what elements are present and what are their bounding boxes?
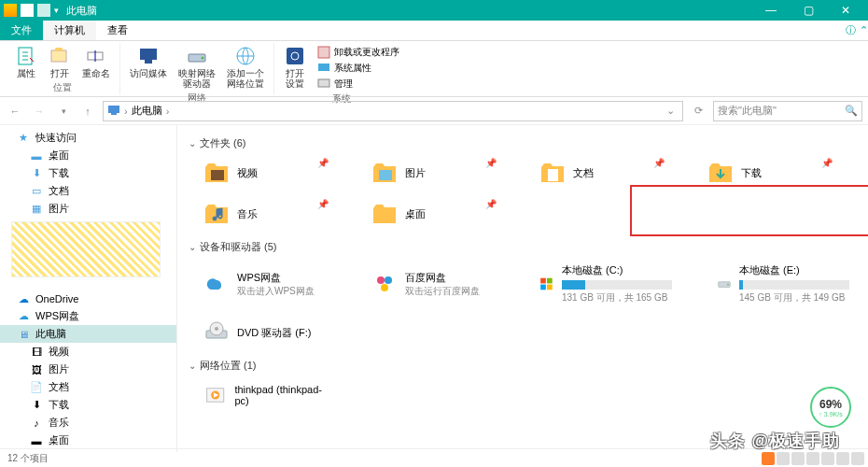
svg-point-26 bbox=[727, 284, 729, 286]
qat-icon[interactable] bbox=[37, 4, 50, 17]
minimize-button[interactable]: — bbox=[752, 0, 790, 21]
document-icon: 📄 bbox=[30, 381, 43, 394]
section-devices-header[interactable]: ⌄设备和驱动器 (5) bbox=[189, 240, 857, 254]
picture-icon: 🖼 bbox=[30, 363, 43, 376]
forward-button[interactable]: → bbox=[30, 102, 49, 120]
device-wps[interactable]: WPS网盘双击进入WPS网盘 bbox=[200, 260, 330, 308]
tray-icon[interactable] bbox=[851, 452, 864, 465]
tray-icon[interactable] bbox=[777, 452, 790, 465]
sidebar-downloads2[interactable]: ⬇下载 bbox=[0, 396, 176, 414]
device-baidu[interactable]: 百度网盘双击运行百度网盘 bbox=[368, 260, 498, 308]
tray-icon[interactable] bbox=[821, 452, 834, 465]
chevron-right-icon[interactable]: › bbox=[166, 106, 170, 117]
chevron-down-icon: ⌄ bbox=[189, 242, 196, 252]
folder-downloads[interactable]: 📌下载 bbox=[704, 156, 834, 190]
sidebar-thispc[interactable]: 🖥此电脑 bbox=[0, 325, 176, 343]
search-icon: 🔍 bbox=[845, 105, 858, 117]
desktop-icon: ▬ bbox=[30, 434, 43, 447]
star-icon: ★ bbox=[17, 132, 30, 145]
open-settings-button[interactable]: 打开 设置 bbox=[280, 43, 310, 91]
map-drive-button[interactable]: 映射网络 驱动器 bbox=[175, 43, 219, 91]
device-dvd[interactable]: DVD 驱动器 (F:) bbox=[200, 316, 330, 349]
tab-computer[interactable]: 计算机 bbox=[43, 21, 96, 40]
breadcrumb-dropdown[interactable]: ⌄ bbox=[663, 105, 679, 117]
close-button[interactable]: ✕ bbox=[827, 0, 864, 21]
sidebar-quick-access[interactable]: ★快速访问 bbox=[0, 129, 176, 147]
sidebar-desktop[interactable]: ▬桌面 bbox=[0, 147, 176, 164]
back-button[interactable]: ← bbox=[6, 102, 24, 120]
maximize-button[interactable]: ▢ bbox=[790, 0, 827, 21]
quick-access-toolbar: ▾ bbox=[4, 4, 59, 17]
section-network-header[interactable]: ⌄网络位置 (1) bbox=[189, 359, 857, 373]
svg-rect-22 bbox=[547, 278, 553, 284]
open-button[interactable]: 打开 bbox=[45, 43, 75, 80]
picture-icon: ▦ bbox=[30, 203, 43, 216]
capacity-bar bbox=[739, 280, 849, 290]
desktop-icon: ▬ bbox=[30, 149, 43, 163]
ribbon: 属性 打开 重命名 位置 访问媒体 bbox=[0, 41, 868, 97]
network-thinkpad[interactable]: thinkpad (thinkpad-pc) bbox=[200, 378, 330, 412]
system-properties-button[interactable]: 系统属性 bbox=[314, 61, 403, 76]
sidebar-desktop2[interactable]: ▬桌面 bbox=[0, 432, 176, 449]
pin-icon: 📌 bbox=[317, 158, 329, 168]
video-icon: 🎞 bbox=[30, 346, 43, 359]
tray-icon[interactable] bbox=[762, 452, 775, 465]
folder-icon bbox=[203, 160, 230, 186]
sidebar-videos[interactable]: 🎞视频 bbox=[0, 343, 176, 361]
folder-icon bbox=[203, 201, 230, 227]
folder-desktop[interactable]: 📌桌面 bbox=[368, 197, 498, 231]
qat-icon[interactable] bbox=[21, 4, 34, 17]
sidebar-music[interactable]: ♪音乐 bbox=[0, 414, 176, 432]
tray-icon[interactable] bbox=[836, 452, 849, 465]
refresh-button[interactable]: ⟳ bbox=[689, 105, 707, 117]
sidebar-downloads[interactable]: ⬇下载 bbox=[0, 164, 176, 182]
folder-music[interactable]: 📌音乐 bbox=[200, 197, 330, 231]
pin-icon: 📌 bbox=[821, 158, 833, 168]
sidebar-documents2[interactable]: 📄文档 bbox=[0, 378, 176, 396]
qat-dropdown[interactable]: ▾ bbox=[54, 6, 59, 15]
sidebar-pictures[interactable]: ▦图片 bbox=[0, 200, 176, 218]
tab-file[interactable]: 文件 bbox=[0, 21, 43, 40]
tray-icon[interactable] bbox=[806, 452, 819, 465]
sidebar-documents[interactable]: ▭文档 bbox=[0, 182, 176, 200]
drive-c[interactable]: 本地磁盘 (C:) 131 GB 可用，共 165 GB bbox=[536, 260, 676, 308]
svg-point-20 bbox=[381, 284, 388, 291]
ribbon-group-location: 属性 打开 重命名 位置 bbox=[6, 43, 120, 94]
drive-e[interactable]: 本地磁盘 (E:) 145 GB 可用，共 149 GB bbox=[713, 260, 853, 308]
ribbon-collapse-button[interactable]: ⓘ⌃ bbox=[846, 21, 868, 40]
tray-icons bbox=[762, 452, 864, 465]
svg-rect-16 bbox=[379, 170, 392, 180]
breadcrumb-item[interactable]: 此电脑 bbox=[132, 104, 162, 118]
speed-badge[interactable]: 69% ↑ 3.9K/s bbox=[810, 387, 851, 428]
folder-videos[interactable]: 📌视频 bbox=[200, 156, 330, 190]
system-icon bbox=[317, 62, 330, 75]
dvd-icon bbox=[203, 319, 230, 346]
tab-view[interactable]: 查看 bbox=[96, 21, 139, 40]
up-button[interactable]: ↑ bbox=[78, 102, 97, 120]
folder-pictures[interactable]: 📌图片 bbox=[368, 156, 498, 190]
section-folders-header[interactable]: ⌄文件夹 (6) bbox=[189, 136, 857, 150]
access-media-button[interactable]: 访问媒体 bbox=[126, 43, 171, 80]
manage-button[interactable]: 管理 bbox=[314, 77, 403, 92]
search-input[interactable]: 搜索"此电脑" 🔍 bbox=[713, 101, 862, 121]
sidebar-thumbnail bbox=[11, 221, 161, 277]
sidebar-wps[interactable]: ☁WPS网盘 bbox=[0, 307, 176, 325]
uninstall-programs-button[interactable]: 卸载或更改程序 bbox=[314, 45, 403, 60]
history-dropdown[interactable]: ▾ bbox=[54, 102, 73, 120]
pin-icon: 📌 bbox=[485, 199, 497, 209]
sidebar-onedrive[interactable]: ☁OneDrive bbox=[0, 290, 176, 307]
chevron-right-icon[interactable]: › bbox=[124, 106, 128, 117]
sidebar: ★快速访问 ▬桌面 ⬇下载 ▭文档 ▦图片 ☁OneDrive ☁WPS网盘 🖥… bbox=[0, 125, 177, 452]
download-icon: ⬇ bbox=[30, 167, 43, 180]
add-location-button[interactable]: 添加一个 网络位置 bbox=[223, 43, 268, 91]
folder-documents[interactable]: 📌文档 bbox=[536, 156, 666, 190]
uninstall-icon bbox=[317, 46, 330, 59]
tray-icon[interactable] bbox=[791, 452, 805, 465]
rename-button[interactable]: 重命名 bbox=[78, 43, 114, 80]
breadcrumb[interactable]: › 此电脑 › ⌄ bbox=[103, 101, 683, 121]
sidebar-pictures2[interactable]: 🖼图片 bbox=[0, 361, 176, 378]
drive-icon bbox=[186, 45, 208, 67]
folder-icon bbox=[371, 201, 398, 227]
properties-button[interactable]: 属性 bbox=[11, 43, 41, 80]
pin-icon: 📌 bbox=[485, 158, 497, 168]
